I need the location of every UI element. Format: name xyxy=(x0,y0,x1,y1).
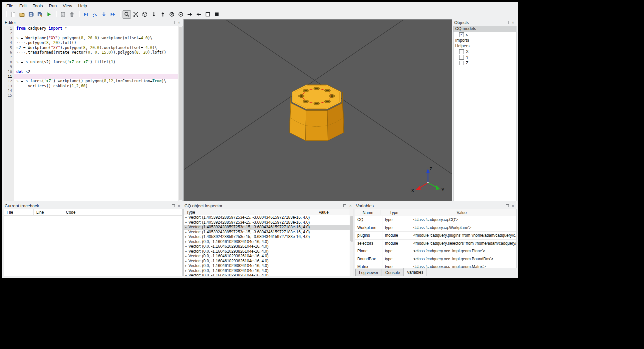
tab-console[interactable]: Console xyxy=(382,269,404,276)
inspector-row[interactable]: ▸ Vector: (1.4053924288597253e-15, -3.68… xyxy=(184,220,350,225)
variable-row[interactable]: Matrix type <class 'cadquery.occ_impl.ge… xyxy=(355,263,516,268)
iso-view-button[interactable] xyxy=(141,10,149,19)
bottom-view-button[interactable] xyxy=(150,10,158,19)
code-line[interactable]: 11 xyxy=(4,74,178,79)
top-view-button[interactable] xyxy=(159,10,167,19)
column-header-file[interactable]: File xyxy=(4,209,34,215)
menu-edit[interactable]: Edit xyxy=(16,3,30,9)
expand-arrow-icon[interactable]: ▸ xyxy=(184,269,188,272)
variable-row[interactable]: Plane type <class 'cadquery.occ_impl.geo… xyxy=(355,247,516,255)
editor-scrollbar[interactable] xyxy=(178,26,182,201)
menu-tools[interactable]: Tools xyxy=(30,3,46,9)
tree-item-helpers[interactable]: Helpers xyxy=(454,43,516,49)
expand-arrow-icon[interactable]: ▸ xyxy=(184,216,188,219)
float-panel-button[interactable] xyxy=(171,204,176,208)
save-button[interactable] xyxy=(27,10,35,19)
open-file-button[interactable] xyxy=(18,10,26,19)
close-panel-button[interactable]: × xyxy=(510,20,515,25)
float-panel-button[interactable] xyxy=(342,204,347,208)
expand-arrow-icon[interactable]: ▸ xyxy=(184,230,188,234)
inspector-row[interactable]: ▸ Vector: (1.4053924288597253e-15, -3.68… xyxy=(184,230,350,235)
viewport-3d[interactable]: Z Y X xyxy=(183,19,452,201)
menu-help[interactable]: Help xyxy=(75,3,90,9)
toolbar-handle[interactable] xyxy=(78,11,80,17)
inspector-row[interactable]: ▸ Vector: (1.4053924288597253e-15, -3.68… xyxy=(184,234,350,239)
debug-button[interactable] xyxy=(82,10,90,19)
step-button[interactable] xyxy=(91,10,99,19)
expand-arrow-icon[interactable]: ▸ xyxy=(184,245,188,248)
inspector-row[interactable]: ▸ Vector: (1.4053924288597253e-15, -3.68… xyxy=(184,215,350,220)
inspector-row[interactable]: ▸ Vector: (0.0, -1.1604610293826104e-16,… xyxy=(184,268,350,273)
run-button[interactable] xyxy=(45,10,53,19)
tab-log-viewer[interactable]: Log viewer xyxy=(355,269,382,276)
expand-arrow-icon[interactable]: ▸ xyxy=(184,221,188,224)
copy-button[interactable] xyxy=(59,10,67,19)
tree-item-y[interactable]: Y xyxy=(454,54,516,60)
step-into-button[interactable] xyxy=(100,10,108,19)
checkbox-z[interactable] xyxy=(459,61,464,65)
float-panel-button[interactable] xyxy=(171,20,176,25)
expand-arrow-icon[interactable]: ▸ xyxy=(184,259,188,263)
front-view-button[interactable] xyxy=(167,10,176,19)
delete-button[interactable] xyxy=(68,10,76,19)
inspector-row[interactable]: ▸ Vector: (0.0, -1.1604610293826104e-16,… xyxy=(184,259,350,264)
tree-item-imports[interactable]: Imports xyxy=(454,37,516,43)
menu-view[interactable]: View xyxy=(60,3,75,9)
float-panel-button[interactable] xyxy=(505,20,510,25)
expand-arrow-icon[interactable]: ▸ xyxy=(184,250,188,253)
column-header-value[interactable]: Value xyxy=(316,210,354,215)
cad-model[interactable] xyxy=(290,85,344,141)
inspector-row[interactable]: ▸ Vector: (0.0, -1.1604610293826104e-16,… xyxy=(184,239,350,244)
tab-variables[interactable]: Variables xyxy=(403,268,427,276)
code-line[interactable]: 5s2 = Workplane("XY").polygon(8, 20.0).w… xyxy=(4,45,178,50)
close-panel-button[interactable]: × xyxy=(176,20,181,25)
code-line[interactable]: 8s = s.union(s2).faces('>Z or <Z').fille… xyxy=(4,60,178,64)
expand-arrow-icon[interactable]: ▸ xyxy=(184,264,188,267)
code-line[interactable]: 15 xyxy=(4,93,178,98)
column-header-value[interactable]: Value xyxy=(407,210,516,215)
continue-button[interactable] xyxy=(109,10,117,19)
column-header-type[interactable]: Type xyxy=(184,209,316,215)
expand-arrow-icon[interactable]: ▸ xyxy=(184,254,188,258)
tree-item-s[interactable]: ✓ s xyxy=(454,32,516,37)
column-header-code[interactable]: Code xyxy=(63,209,182,215)
expand-arrow-icon[interactable]: ▸ xyxy=(184,225,188,229)
toolbar-handle[interactable] xyxy=(55,11,57,17)
menu-run[interactable]: Run xyxy=(46,3,60,9)
right-view-button[interactable] xyxy=(185,10,194,19)
scrollbar-thumb[interactable] xyxy=(179,27,182,200)
code-line[interactable]: 14 xyxy=(4,88,178,93)
variable-row[interactable]: plugins module <module 'cadquery.plugins… xyxy=(355,232,516,240)
code-line[interactable]: 3s = Workplane("XY").polygon(8, 20.0).wo… xyxy=(4,36,178,40)
code-line[interactable]: 9 xyxy=(4,64,178,69)
code-editor[interactable]: 1from cadquery import *23s = Workplane("… xyxy=(4,26,182,201)
code-line[interactable]: 2 xyxy=(4,31,178,35)
tree-group-cq-models[interactable]: CQ models xyxy=(454,26,516,32)
scrollbar-thumb[interactable] xyxy=(350,216,353,242)
variable-row[interactable]: Workplane type <class 'cadquery.cq.Workp… xyxy=(355,224,516,232)
inspector-row[interactable]: ▸ Vector: (0.0, -1.1604610293826104e-16,… xyxy=(184,273,350,276)
code-line[interactable]: 1from cadquery import * xyxy=(4,26,178,31)
variable-row[interactable]: selectors module <module 'cadquery.selec… xyxy=(355,240,516,248)
left-view-button[interactable] xyxy=(194,10,203,19)
checkbox-y[interactable] xyxy=(459,55,464,60)
expand-arrow-icon[interactable]: ▸ xyxy=(184,235,188,238)
code-line[interactable]: 13····.vertices().cskHole(1,2,60) xyxy=(4,84,178,88)
column-header-name[interactable]: Name xyxy=(355,210,381,215)
inspector-scrollbar[interactable] xyxy=(350,209,354,276)
menu-file[interactable]: File xyxy=(3,3,16,9)
zoom-button[interactable] xyxy=(123,10,131,19)
close-panel-button[interactable]: × xyxy=(510,204,515,208)
inspector-row[interactable]: ▸ Vector: (0.0, -1.1604610293826104e-16,… xyxy=(184,254,350,259)
close-panel-button[interactable]: × xyxy=(176,204,181,208)
expand-arrow-icon[interactable]: ▸ xyxy=(184,240,188,243)
back-view-button[interactable] xyxy=(176,10,185,19)
shaded-button[interactable] xyxy=(212,10,221,19)
tree-item-z[interactable]: Z xyxy=(454,60,516,66)
float-panel-button[interactable] xyxy=(505,204,510,208)
code-line[interactable]: 4····.polygon(8, 20).loft() xyxy=(4,40,178,45)
code-line[interactable]: 12s = s.faces('>Z').workplane().polygon(… xyxy=(4,79,178,83)
inspector-row[interactable]: ▸ Vector: (0.0, -1.1604610293826104e-16,… xyxy=(184,244,350,249)
inspector-row[interactable]: ▸ Vector: (1.4053924288597253e-15, -3.68… xyxy=(184,225,350,230)
fit-view-button[interactable] xyxy=(132,10,140,19)
